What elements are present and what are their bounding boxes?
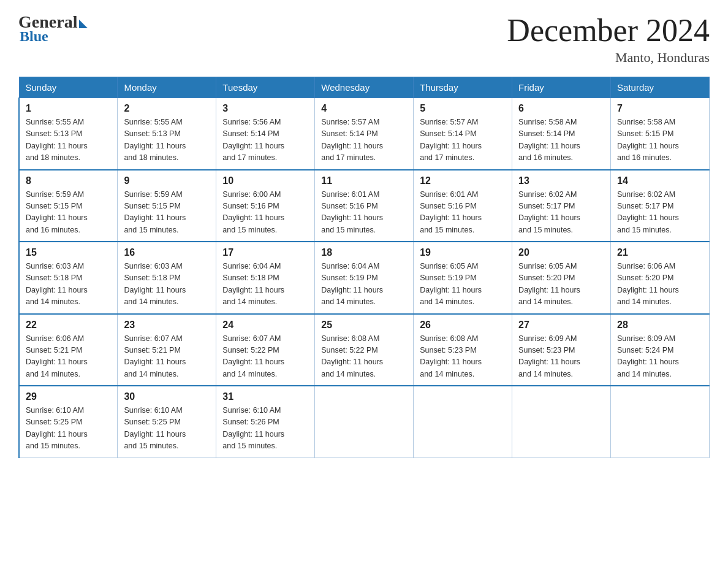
calendar-cell bbox=[611, 386, 710, 458]
day-info: Sunrise: 5:57 AMSunset: 5:14 PMDaylight:… bbox=[420, 117, 506, 164]
daylight-info-2: and 18 minutes. bbox=[124, 153, 178, 162]
sunset-info: Sunset: 5:16 PM bbox=[222, 202, 279, 210]
sunrise-info: Sunrise: 6:09 AM bbox=[518, 334, 577, 343]
sunrise-info: Sunrise: 6:09 AM bbox=[617, 334, 675, 343]
sunset-info: Sunset: 5:15 PM bbox=[26, 202, 82, 210]
calendar-cell: 7Sunrise: 5:58 AMSunset: 5:15 PMDaylight… bbox=[611, 98, 710, 170]
day-number: 15 bbox=[26, 247, 111, 258]
daylight-info-1: Daylight: 11 hours bbox=[420, 286, 482, 294]
day-number: 10 bbox=[222, 175, 308, 186]
sunrise-info: Sunrise: 5:58 AM bbox=[617, 118, 675, 126]
sunrise-info: Sunrise: 6:04 AM bbox=[321, 262, 379, 270]
calendar-cell bbox=[512, 386, 611, 458]
calendar-cell: 22Sunrise: 6:06 AMSunset: 5:21 PMDayligh… bbox=[19, 314, 118, 386]
calendar-cell: 26Sunrise: 6:08 AMSunset: 5:23 PMDayligh… bbox=[414, 314, 512, 386]
sunset-info: Sunset: 5:13 PM bbox=[26, 129, 82, 138]
sunset-info: Sunset: 5:17 PM bbox=[518, 202, 575, 210]
sunrise-info: Sunrise: 6:10 AM bbox=[222, 406, 281, 415]
month-title: December 2024 bbox=[507, 12, 710, 48]
sunset-info: Sunset: 5:14 PM bbox=[518, 129, 575, 138]
sunrise-info: Sunrise: 6:07 AM bbox=[124, 334, 182, 343]
daylight-info-1: Daylight: 11 hours bbox=[124, 213, 186, 222]
weekday-header-thursday: Thursday bbox=[414, 77, 512, 98]
sunset-info: Sunset: 5:15 PM bbox=[124, 202, 180, 210]
calendar-table: SundayMondayTuesdayWednesdayThursdayFrid… bbox=[18, 77, 710, 458]
daylight-info-2: and 14 minutes. bbox=[321, 370, 376, 378]
sunset-info: Sunset: 5:14 PM bbox=[321, 129, 377, 138]
day-number: 21 bbox=[617, 247, 703, 258]
daylight-info-1: Daylight: 11 hours bbox=[124, 358, 186, 366]
day-info: Sunrise: 6:06 AMSunset: 5:21 PMDaylight:… bbox=[26, 333, 111, 381]
sunrise-info: Sunrise: 5:57 AM bbox=[321, 118, 379, 126]
day-number: 22 bbox=[26, 320, 111, 331]
calendar-cell: 30Sunrise: 6:10 AMSunset: 5:25 PMDayligh… bbox=[118, 386, 216, 458]
logo: General Blue bbox=[18, 12, 88, 45]
daylight-info-1: Daylight: 11 hours bbox=[26, 358, 88, 366]
daylight-info-2: and 15 minutes. bbox=[321, 226, 376, 234]
sunset-info: Sunset: 5:16 PM bbox=[420, 202, 476, 210]
calendar-cell: 18Sunrise: 6:04 AMSunset: 5:19 PMDayligh… bbox=[315, 242, 414, 314]
daylight-info-1: Daylight: 11 hours bbox=[222, 358, 284, 366]
daylight-info-2: and 14 minutes. bbox=[420, 370, 474, 378]
calendar-cell: 24Sunrise: 6:07 AMSunset: 5:22 PMDayligh… bbox=[216, 314, 315, 386]
sunset-info: Sunset: 5:21 PM bbox=[26, 346, 82, 354]
sunrise-info: Sunrise: 5:55 AM bbox=[26, 118, 84, 126]
sunrise-info: Sunrise: 5:56 AM bbox=[222, 118, 281, 126]
weekday-header-sunday: Sunday bbox=[19, 77, 118, 98]
day-number: 6 bbox=[518, 103, 604, 114]
calendar-cell: 25Sunrise: 6:08 AMSunset: 5:22 PMDayligh… bbox=[315, 314, 414, 386]
calendar-cell: 8Sunrise: 5:59 AMSunset: 5:15 PMDaylight… bbox=[19, 170, 118, 242]
sunrise-info: Sunrise: 5:59 AM bbox=[26, 190, 84, 199]
day-info: Sunrise: 6:03 AMSunset: 5:18 PMDaylight:… bbox=[26, 261, 111, 308]
sunset-info: Sunset: 5:25 PM bbox=[124, 418, 180, 426]
daylight-info-1: Daylight: 11 hours bbox=[124, 430, 186, 439]
sunset-info: Sunset: 5:20 PM bbox=[617, 274, 673, 282]
weekday-header-row: SundayMondayTuesdayWednesdayThursdayFrid… bbox=[19, 77, 710, 98]
sunrise-info: Sunrise: 5:59 AM bbox=[124, 190, 182, 199]
day-info: Sunrise: 6:02 AMSunset: 5:17 PMDaylight:… bbox=[617, 189, 703, 237]
daylight-info-2: and 14 minutes. bbox=[518, 370, 573, 378]
day-number: 4 bbox=[321, 103, 407, 114]
sunset-info: Sunset: 5:22 PM bbox=[321, 346, 377, 354]
calendar-cell: 12Sunrise: 6:01 AMSunset: 5:16 PMDayligh… bbox=[414, 170, 512, 242]
weekday-header-friday: Friday bbox=[512, 77, 611, 98]
sunrise-info: Sunrise: 6:03 AM bbox=[26, 262, 84, 270]
calendar-week-row: 22Sunrise: 6:06 AMSunset: 5:21 PMDayligh… bbox=[19, 314, 710, 386]
day-number: 8 bbox=[26, 175, 111, 186]
calendar-cell bbox=[315, 386, 414, 458]
day-number: 26 bbox=[420, 320, 506, 331]
day-info: Sunrise: 6:10 AMSunset: 5:25 PMDaylight:… bbox=[124, 405, 210, 453]
daylight-info-1: Daylight: 11 hours bbox=[518, 213, 580, 222]
sunset-info: Sunset: 5:18 PM bbox=[26, 274, 82, 282]
sunset-info: Sunset: 5:22 PM bbox=[222, 346, 279, 354]
day-number: 23 bbox=[124, 320, 210, 331]
day-info: Sunrise: 6:07 AMSunset: 5:22 PMDaylight:… bbox=[222, 333, 308, 381]
day-info: Sunrise: 6:05 AMSunset: 5:19 PMDaylight:… bbox=[420, 261, 506, 308]
daylight-info-2: and 14 minutes. bbox=[124, 370, 178, 378]
day-number: 2 bbox=[124, 103, 210, 114]
day-number: 1 bbox=[26, 103, 111, 114]
sunset-info: Sunset: 5:23 PM bbox=[420, 346, 476, 354]
calendar-cell: 14Sunrise: 6:02 AMSunset: 5:17 PMDayligh… bbox=[611, 170, 710, 242]
daylight-info-2: and 15 minutes. bbox=[26, 442, 80, 450]
daylight-info-1: Daylight: 11 hours bbox=[26, 430, 88, 439]
daylight-info-1: Daylight: 11 hours bbox=[222, 142, 284, 150]
sunrise-info: Sunrise: 6:06 AM bbox=[26, 334, 84, 343]
day-number: 30 bbox=[124, 391, 210, 402]
daylight-info-1: Daylight: 11 hours bbox=[26, 213, 88, 222]
sunset-info: Sunset: 5:14 PM bbox=[420, 129, 476, 138]
daylight-info-2: and 14 minutes. bbox=[222, 370, 277, 378]
daylight-info-1: Daylight: 11 hours bbox=[321, 358, 383, 366]
day-number: 17 bbox=[222, 247, 308, 258]
daylight-info-1: Daylight: 11 hours bbox=[617, 142, 679, 150]
daylight-info-1: Daylight: 11 hours bbox=[420, 142, 482, 150]
calendar-cell: 3Sunrise: 5:56 AMSunset: 5:14 PMDaylight… bbox=[216, 98, 315, 170]
daylight-info-1: Daylight: 11 hours bbox=[617, 286, 679, 294]
sunrise-info: Sunrise: 6:00 AM bbox=[222, 190, 281, 199]
daylight-info-2: and 15 minutes. bbox=[420, 226, 474, 234]
sunrise-info: Sunrise: 6:07 AM bbox=[222, 334, 281, 343]
sunset-info: Sunset: 5:24 PM bbox=[617, 346, 673, 354]
day-number: 20 bbox=[518, 247, 604, 258]
calendar-cell: 9Sunrise: 5:59 AMSunset: 5:15 PMDaylight… bbox=[118, 170, 216, 242]
day-info: Sunrise: 6:05 AMSunset: 5:20 PMDaylight:… bbox=[518, 261, 604, 308]
